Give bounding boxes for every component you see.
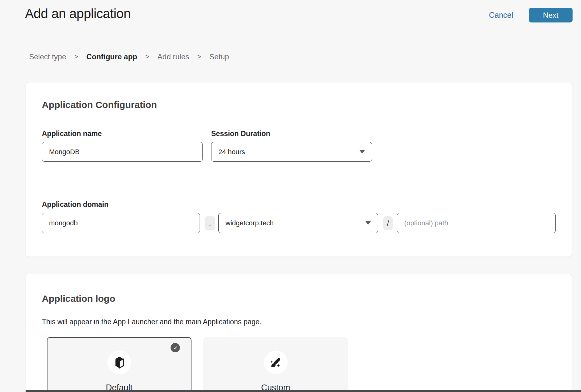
logo-card-description: This will appear in the App Launcher and… [42,318,261,326]
step-configure-app[interactable]: Configure app [87,52,137,61]
step-separator: > [145,53,149,61]
session-duration-value: 24 hours [218,148,245,156]
step-separator: > [197,53,201,61]
cube-icon [107,350,131,374]
selected-check-icon [171,343,180,352]
step-setup[interactable]: Setup [209,52,229,61]
slash-separator: / [383,216,393,230]
step-add-rules[interactable]: Add rules [157,52,189,61]
application-logo-card: Application logo This will appear in the… [26,274,572,392]
chevron-down-icon [360,150,365,154]
session-duration-select[interactable]: 24 hours [211,142,372,162]
logo-options: Default Custom [47,337,348,392]
chevron-down-icon [365,221,371,225]
logo-option-default[interactable]: Default [47,337,191,392]
domain-select[interactable]: widgetcorp.tech [218,213,378,233]
application-name-input[interactable] [42,142,203,162]
cancel-button[interactable]: Cancel [489,11,513,20]
domain-select-value: widgetcorp.tech [226,219,274,227]
application-domain-label: Application domain [42,200,108,209]
step-select-type[interactable]: Select type [29,52,66,61]
config-card-title: Application Configuration [42,100,157,110]
page-title: Add an application [25,6,131,21]
bottom-window-edge [26,390,581,392]
add-application-page: Add an application Cancel Next Select ty… [0,0,581,392]
application-configuration-card: Application Configuration Application na… [26,82,572,257]
subdomain-input[interactable] [42,213,200,233]
next-button[interactable]: Next [529,8,573,22]
dot-separator: . [205,216,215,230]
header-actions: Cancel Next [489,8,573,22]
paintbrush-icon [264,350,288,374]
breadcrumb: Select type > Configure app > Add rules … [29,52,229,61]
logo-option-custom[interactable]: Custom [203,337,348,392]
step-separator: > [74,53,78,61]
session-duration-label: Session Duration [211,130,270,138]
application-name-label: Application name [42,130,102,138]
logo-card-title: Application logo [42,293,115,304]
path-input[interactable] [397,213,556,233]
